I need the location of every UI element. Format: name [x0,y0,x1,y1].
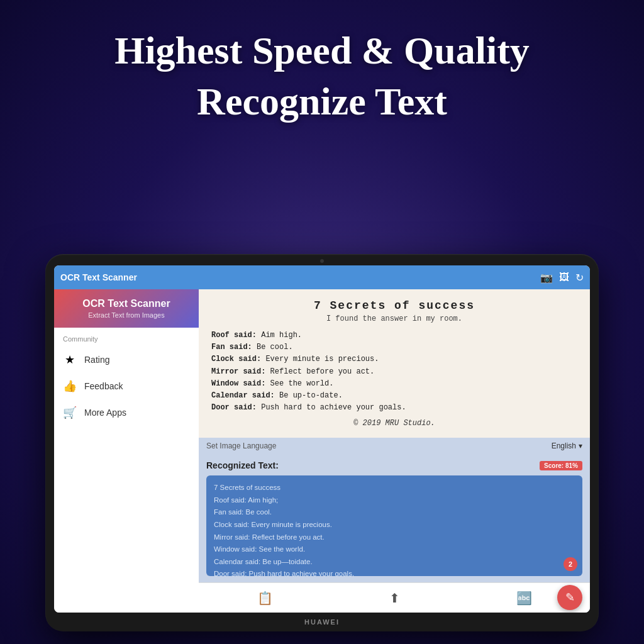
hero-line2: Recognize Text [197,80,447,123]
recognized-line-8: Door said: Push hard to achieve your goa… [214,570,354,576]
language-value: English [552,441,576,450]
sidebar-item-feedback[interactable]: 👍 Feedback [54,373,199,399]
language-select[interactable]: English ▾ [552,441,582,450]
thumbsup-icon: 👍 [63,379,77,393]
app-header-icons: 📷 🖼 ↻ [540,272,584,284]
image-line-calendar-bold: Calendar said: [211,391,275,400]
recognized-line-6: Window said: See the world. [214,545,305,553]
recognized-line-2: Roof said: Aim high; [214,496,278,504]
tablet-frame: HUAWEI OCR Text Scanner 📷 🖼 ↻ OCR Text S… [45,254,599,631]
refresh-icon[interactable]: ↻ [575,272,584,284]
tablet-camera [320,259,324,263]
share-icon[interactable]: ⬆ [389,591,400,606]
image-lines: Roof said: Aim high. Fan said: Be cool. … [211,330,577,414]
image-subtitle: I found the answer in my room. [211,314,577,323]
recognized-line-7: Calendar said: Be up—toidate. [214,558,313,565]
sidebar-rating-label: Rating [84,355,109,365]
recognized-line-3: Fan said: Be cool. [214,508,272,516]
language-label: Set Image Language [206,441,276,450]
chevron-down-icon: ▾ [579,441,582,450]
bottom-toolbar: 📋 ⬆ 🔤 ✎ [199,582,590,613]
tablet-wrapper: HUAWEI OCR Text Scanner 📷 🖼 ↻ OCR Text S… [45,254,599,631]
language-row: Set Image Language English ▾ [199,438,590,454]
image-line-fan-bold: Fan said: [211,343,252,352]
gallery-icon[interactable]: 🖼 [559,272,569,283]
image-line-roof-bold: Roof said: [211,331,257,340]
image-area: 7 Secrets of success I found the answer … [199,289,590,438]
recognized-header: Recognized Text: Score: 81% [206,460,582,470]
recognized-line-1: 7 Secrets of success [214,484,280,491]
image-line-door-bold: Door said: [211,403,257,412]
notification-badge: 2 [564,557,577,571]
fab-icon: ✎ [565,591,575,604]
sidebar-item-more-apps[interactable]: 🛒 More Apps [54,399,199,426]
image-line-mirror-bold: Mirror said: [211,367,265,376]
recognized-text-content: 7 Secrets of success Roof said: Aim high… [214,482,575,576]
tablet-brand: HUAWEI [304,618,340,626]
sidebar-feedback-label: Feedback [84,381,123,391]
sidebar-item-rating[interactable]: ★ Rating [54,347,199,373]
sidebar-brand-title: OCR Text Scanner [62,298,191,309]
score-badge: Score: 81% [540,461,582,470]
hero-line1: Highest Speed & Quality [114,29,530,72]
copy-icon[interactable]: 📋 [257,591,273,606]
sidebar-community-label: Community [54,328,199,347]
star-icon: ★ [63,353,77,367]
app-header: OCR Text Scanner 📷 🖼 ↻ [54,265,590,289]
tablet-screen: OCR Text Scanner 📷 🖼 ↻ OCR Text Scanner … [54,265,590,613]
recognized-title: Recognized Text: [206,460,279,470]
sidebar-more-apps-label: More Apps [84,408,126,418]
recognized-line-4: Clock said: Every minute is precious. [214,521,332,528]
fab-button[interactable]: ✎ [557,585,582,610]
image-copyright: © 2019 MRU Studio. [211,419,577,428]
image-title: 7 Secrets of success [211,299,577,312]
sidebar-brand: OCR Text Scanner Extract Text from Image… [54,289,199,328]
cart-icon: 🛒 [63,406,77,419]
image-line-clock-bold: Clock said: [211,355,261,364]
image-line-window-bold: Window said: [211,379,265,388]
right-panel: 7 Secrets of success I found the answer … [199,289,590,613]
camera-icon[interactable]: 📷 [540,272,553,284]
hero-section: Highest Speed & Quality Recognize Text [0,0,644,126]
app-header-title: OCR Text Scanner [60,272,540,282]
sidebar: OCR Text Scanner Extract Text from Image… [54,289,199,613]
sidebar-brand-subtitle: Extract Text from Images [62,311,191,319]
translate-icon[interactable]: 🔤 [516,591,532,606]
recognized-text-box: 7 Secrets of success Roof said: Aim high… [206,475,582,576]
recognized-section: Recognized Text: Score: 81% 7 Secrets of… [199,454,590,582]
app-body: OCR Text Scanner Extract Text from Image… [54,289,590,613]
recognized-line-5: Mirror said: Reflect before you act. [214,533,325,541]
